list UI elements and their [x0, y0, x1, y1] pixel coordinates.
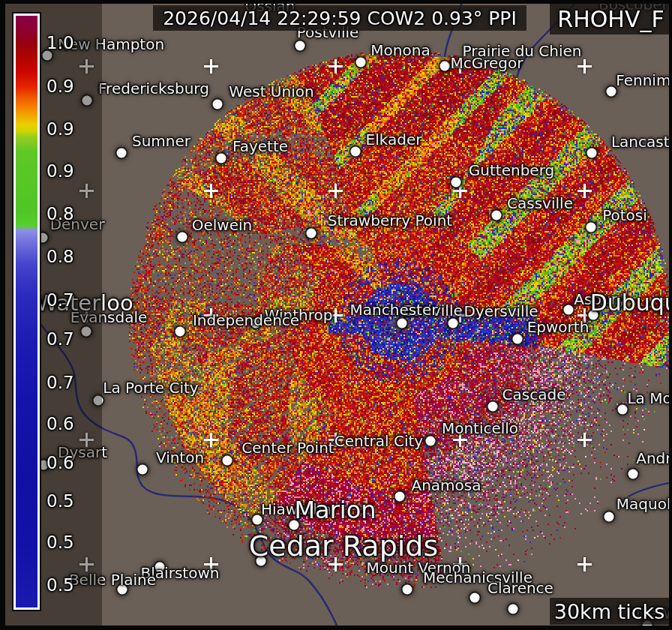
city-label: Center Point	[242, 440, 334, 456]
city-label: Clarence	[488, 580, 554, 596]
city-dot	[618, 405, 628, 415]
city-label: Dyersville	[464, 304, 538, 320]
city-dot	[296, 41, 305, 51]
city-dot	[176, 327, 185, 337]
city-label: Manchester	[350, 302, 438, 318]
city-dot	[452, 178, 461, 188]
city-label: Elkader	[366, 132, 422, 148]
city-label: Andrew	[636, 451, 672, 466]
city-dot	[587, 148, 597, 158]
city-label: Independence	[193, 313, 299, 328]
city-dot	[426, 436, 436, 446]
city-label: Cascade	[502, 387, 566, 403]
city-dot	[488, 402, 498, 412]
city-label: Central City	[334, 434, 423, 449]
city-label: Maquoketa	[616, 496, 672, 512]
city-dot	[586, 223, 596, 232]
field-name-label: RHOHV_F	[557, 6, 664, 32]
title-bar: 2026/04/14 22:29:59 COW2 0.93° PPI	[153, 5, 526, 31]
city-dot	[470, 593, 480, 603]
city-dot	[564, 305, 574, 315]
city-label: Marion	[294, 498, 376, 524]
city-label: Guttenberg	[469, 163, 554, 178]
city-label: Fennimore	[616, 73, 672, 88]
city-label: Vinton	[156, 450, 204, 466]
city-label: Fredericksburg	[98, 81, 209, 97]
city-dot	[513, 334, 523, 344]
city-label: Fayette	[232, 139, 288, 154]
city-dot	[213, 100, 223, 110]
city-dot	[628, 470, 638, 479]
city-label: La Motte	[627, 391, 672, 406]
scan-title: 2026/04/14 22:29:59 COW2 0.93° PPI	[163, 8, 517, 29]
city-dot	[395, 492, 405, 502]
city-dot	[607, 87, 616, 97]
city-label: West Union	[229, 84, 314, 100]
city-dot	[178, 232, 188, 242]
city-dot	[351, 147, 361, 157]
field-bar: RHOHV_F	[550, 4, 672, 34]
radar-display-window: OssianBoscobelDeWittWinthropEarlvilleAsb…	[0, 0, 672, 630]
city-dot	[138, 465, 148, 475]
city-dot	[492, 211, 502, 220]
city-label: Sumner	[132, 134, 190, 149]
city-dot	[307, 229, 316, 238]
city-label: Anamosa	[411, 478, 481, 494]
city-dot	[604, 512, 614, 522]
city-label: Potosi	[602, 208, 647, 224]
city-dot	[448, 319, 458, 328]
city-label: Lancaster	[611, 134, 672, 150]
city-dot	[217, 154, 226, 164]
city-label: La Porte City	[103, 380, 198, 396]
city-label: Strawberry Point	[328, 213, 452, 229]
city-label: Cedar Rapids	[249, 532, 438, 562]
city-label: Monona	[370, 43, 430, 58]
colorbar	[14, 14, 40, 610]
city-label: Monticello	[442, 421, 518, 436]
city-dot	[508, 604, 518, 614]
city-dot	[440, 62, 450, 71]
city-label: Dubuque	[590, 291, 672, 315]
city-dot	[356, 58, 366, 68]
city-label: Prairie du Chien	[462, 44, 581, 59]
scale-note-label: 30km ticks	[554, 600, 665, 623]
city-dot	[403, 585, 412, 595]
city-label: Oelwein	[192, 218, 253, 233]
city-dot	[223, 456, 232, 466]
city-label: Cassville	[507, 196, 573, 212]
city-dot	[117, 148, 127, 158]
city-label: Epworth	[527, 320, 590, 335]
city-dot	[398, 319, 407, 328]
scale-note-box: 30km ticks	[550, 598, 669, 625]
